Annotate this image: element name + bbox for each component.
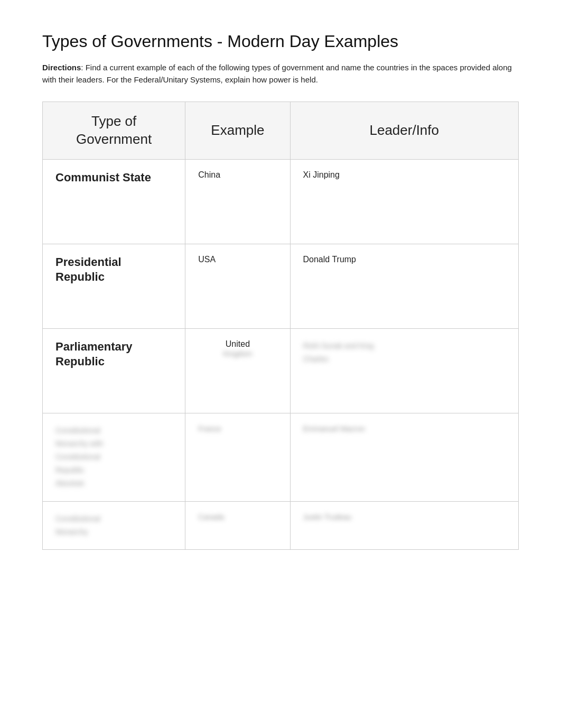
leader-cell: Xi Jinping — [290, 159, 518, 244]
leader-value-blurred: Justin Trudeau — [303, 513, 352, 521]
example-cell: United Kingdom — [185, 328, 290, 413]
type-label-blurred: ConstitutionalMonarchy withConstitutiona… — [55, 424, 172, 491]
leader-value-blurred: Rishi Sunak and KingCharles — [303, 342, 374, 363]
page-title: Types of Governments - Modern Day Exampl… — [42, 32, 519, 51]
table-row: ConstitutionalMonarchy Canada Justin Tru… — [43, 501, 519, 549]
example-value-blurred: France — [198, 425, 221, 433]
leader-cell: Emmanuel Macron — [290, 413, 518, 501]
leader-cell: Justin Trudeau — [290, 501, 518, 549]
table-row: PresidentialRepublic USA Donald Trump — [43, 244, 519, 328]
example-value: USA — [198, 255, 216, 264]
leader-cell: Donald Trump — [290, 244, 518, 328]
leader-cell: Rishi Sunak and KingCharles — [290, 328, 518, 413]
example-cell: China — [185, 159, 290, 244]
type-cell: PresidentialRepublic — [43, 244, 185, 328]
type-label: ParliamentaryRepublic — [55, 340, 133, 368]
type-label-blurred: ConstitutionalMonarchy — [55, 512, 172, 539]
type-cell: ConstitutionalMonarchy — [43, 501, 185, 549]
example-value: China — [198, 170, 220, 179]
type-label: Communist State — [55, 171, 151, 184]
type-cell: Communist State — [43, 159, 185, 244]
header-type: Type of Government — [43, 102, 185, 160]
table-header-row: Type of Government Example Leader/Info — [43, 102, 519, 160]
leader-value: Donald Trump — [303, 255, 357, 264]
example-value: United — [226, 339, 250, 348]
example-cell: USA — [185, 244, 290, 328]
type-label: PresidentialRepublic — [55, 255, 121, 284]
table-row: ParliamentaryRepublic United Kingdom Ris… — [43, 328, 519, 413]
example-cell: Canada — [185, 501, 290, 549]
directions-label: Directions — [42, 63, 81, 72]
type-cell: ConstitutionalMonarchy withConstitutiona… — [43, 413, 185, 501]
government-table: Type of Government Example Leader/Info C… — [42, 102, 519, 550]
table-row: ConstitutionalMonarchy withConstitutiona… — [43, 413, 519, 501]
table-row: Communist State China Xi Jinping — [43, 159, 519, 244]
directions-text: Directions: Find a current example of ea… — [42, 62, 519, 86]
example-cell: France — [185, 413, 290, 501]
example-value-blurred: Canada — [198, 513, 224, 521]
example-value-blurred: Kingdom — [223, 349, 252, 358]
header-leader: Leader/Info — [290, 102, 518, 160]
leader-value: Xi Jinping — [303, 170, 340, 179]
header-example: Example — [185, 102, 290, 160]
type-cell: ParliamentaryRepublic — [43, 328, 185, 413]
leader-value-blurred: Emmanuel Macron — [303, 425, 366, 433]
